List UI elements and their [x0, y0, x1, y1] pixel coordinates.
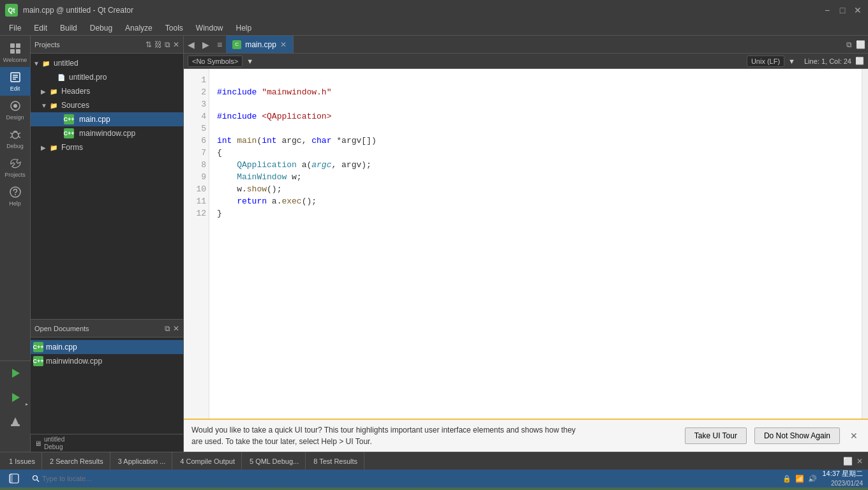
split-icon[interactable]: ⧉	[165, 324, 170, 333]
kit-selector[interactable]: 🖥 untitled Debug	[31, 434, 183, 452]
app-icon: Qt	[5, 4, 18, 17]
close-button[interactable]: ✕	[853, 5, 863, 15]
tray-icon2: 📶	[795, 475, 804, 483]
tree-item-label: main.cpp	[79, 115, 110, 124]
tree-item-mainwindow-cpp[interactable]: C++ mainwindow.cpp	[31, 126, 183, 140]
expand-icon[interactable]: ⬜	[856, 40, 865, 49]
menu-analyze[interactable]: Analyze	[119, 22, 159, 34]
tab-nav-forward[interactable]: ▶	[198, 36, 213, 53]
locate-input[interactable]	[42, 475, 131, 482]
open-docs-title: Open Documents	[34, 325, 165, 332]
panel-sync-icon[interactable]: ⇅	[146, 40, 152, 49]
minimize-button[interactable]: −	[822, 5, 832, 15]
open-docs-panel: Open Documents ⧉ ✕ C++ main.cpp C++ main…	[31, 319, 183, 434]
notif-line2: are used. To take the tour later, select…	[191, 436, 677, 447]
sidebar-item-help[interactable]: Help	[0, 182, 31, 211]
build-icon	[9, 415, 22, 428]
bottom-tab-compile[interactable]: 4 Compile Output	[174, 452, 242, 470]
bottom-tab-qml[interactable]: 5 QML Debug...	[243, 452, 306, 470]
kit-project-name: untitled	[44, 436, 64, 443]
svg-marker-18	[12, 393, 20, 402]
tree-item-untitled[interactable]: ▼ 📁 untitled	[31, 56, 183, 70]
tree-item-main-cpp[interactable]: C++ main.cpp	[31, 112, 183, 126]
take-ui-tour-button[interactable]: Take UI Tour	[685, 427, 747, 444]
tab-nav-back[interactable]: ◀	[184, 36, 198, 53]
design-icon	[9, 100, 22, 112]
clock-date: 2023/01/24	[822, 479, 863, 488]
run-button[interactable]	[0, 361, 31, 385]
sidebar-label-design: Design	[6, 114, 24, 121]
bottom-tab-search[interactable]: 2 Search Results	[43, 452, 110, 470]
split-editor-icon[interactable]: ⧉	[846, 40, 852, 49]
line-ending-label[interactable]: Unix (LF)	[747, 56, 784, 67]
menu-edit[interactable]: Edit	[27, 22, 54, 34]
open-doc-mainwindow-cpp[interactable]: C++ mainwindow.cpp	[31, 354, 183, 368]
menu-build[interactable]: Build	[54, 22, 84, 34]
tab-close-btn[interactable]: ✕	[280, 40, 287, 49]
sidebar-item-design[interactable]: Design	[0, 96, 31, 124]
notification-bar: Would you like to take a quick UI tour? …	[184, 419, 868, 452]
bottom-maximize-icon[interactable]: ⬜	[843, 457, 853, 466]
bottom-close-icon[interactable]: ✕	[857, 457, 863, 466]
tree-item-untitled-pro[interactable]: 📄 untitled.pro	[31, 70, 183, 84]
sidebar-label-welcome: Welcome	[3, 57, 27, 63]
svg-point-9	[13, 104, 17, 108]
symbol-selector-label[interactable]: <No Symbols>	[188, 56, 243, 67]
kit-label: untitled Debug	[44, 436, 64, 451]
titlebar: Qt main.cpp @ untitled - Qt Creator − □ …	[0, 0, 868, 20]
menu-help[interactable]: Help	[230, 22, 258, 34]
menu-tools[interactable]: Tools	[159, 22, 190, 34]
do-not-show-again-button[interactable]: Do Not Show Again	[754, 427, 840, 444]
run-debug-button[interactable]: ▸	[0, 385, 31, 410]
open-doc-main-cpp[interactable]: C++ main.cpp	[31, 340, 183, 354]
notification-close-button[interactable]: ✕	[848, 428, 860, 443]
bottom-tab-issues[interactable]: 1 Issues	[3, 452, 42, 470]
tree-item-headers[interactable]: ▶ 📁 Headers	[31, 84, 183, 98]
editor-tab-main-cpp[interactable]: C main.cpp ✕	[226, 36, 294, 53]
close-docs-icon[interactable]: ✕	[173, 324, 179, 333]
folder-icon: 📁	[49, 86, 59, 96]
sidebar-item-debug[interactable]: Debug	[0, 124, 31, 153]
bottom-tab-tests[interactable]: 8 Test Results	[307, 452, 364, 470]
editor-scrollbar[interactable]	[862, 69, 868, 419]
build-button[interactable]	[0, 410, 31, 434]
bottom-tab-app-output[interactable]: 3 Application ...	[112, 452, 173, 470]
sidebar-item-edit[interactable]: Edit	[0, 67, 31, 96]
code-editor[interactable]: 1 2 3 4 5 6 7 8 9 10 11 12 #include "mai…	[184, 69, 868, 419]
search-locate-input[interactable]	[28, 475, 135, 482]
cpp-file-icon4: C++	[33, 356, 43, 366]
open-doc-label2: mainwindow.cpp	[46, 357, 102, 366]
menu-debug[interactable]: Debug	[84, 22, 119, 34]
svg-rect-19	[11, 424, 20, 426]
open-doc-label: main.cpp	[46, 343, 77, 352]
left-panel: Projects ⇅ ⛓ ⧉ ✕ ▼ 📁 untitled	[31, 36, 184, 452]
folder-forms-icon: 📁	[49, 142, 59, 152]
panel-close-icon[interactable]: ✕	[173, 40, 179, 49]
panel-split-icon[interactable]: ⧉	[165, 40, 170, 49]
position-expand-icon[interactable]: ⬜	[855, 57, 864, 65]
code-content[interactable]: #include "mainwindow.h" #include <QAppli…	[209, 69, 862, 419]
status-bar: 🔒 📶 🔊 14:37 星期二 2023/01/24	[0, 470, 868, 487]
svg-rect-0	[10, 43, 15, 48]
panel-link-icon[interactable]: ⛓	[154, 40, 162, 49]
tree-item-sources[interactable]: ▼ 📁 Sources	[31, 98, 183, 112]
sidebar-item-projects[interactable]: Projects	[0, 153, 31, 182]
sidebar-label-help: Help	[9, 200, 21, 207]
sidebar-item-welcome[interactable]: Welcome	[0, 38, 31, 67]
wrench-icon	[9, 157, 22, 170]
tree-item-forms[interactable]: ▶ 📁 Forms	[31, 140, 183, 154]
maximize-button[interactable]: □	[837, 5, 848, 15]
editor-area: ◀ ▶ ≡ C main.cpp ✕ ⧉ ⬜ <No Symbols> ▼ Un…	[184, 36, 868, 452]
menu-window[interactable]: Window	[190, 22, 230, 34]
tab-label: main.cpp	[245, 40, 276, 49]
question-icon	[9, 186, 22, 198]
tab-nav-menu[interactable]: ≡	[213, 36, 226, 53]
window-title: main.cpp @ untitled - Qt Creator	[23, 6, 822, 15]
status-sidebar-toggle[interactable]	[5, 473, 23, 484]
notification-text: Would you like to take a quick UI tour? …	[191, 424, 677, 447]
bottom-tab-right-controls: ⬜ ✕	[841, 457, 865, 466]
run-icon	[9, 367, 22, 380]
menu-file[interactable]: File	[3, 22, 27, 34]
folder-icon: 📁	[49, 100, 59, 110]
svg-line-11	[10, 133, 12, 134]
